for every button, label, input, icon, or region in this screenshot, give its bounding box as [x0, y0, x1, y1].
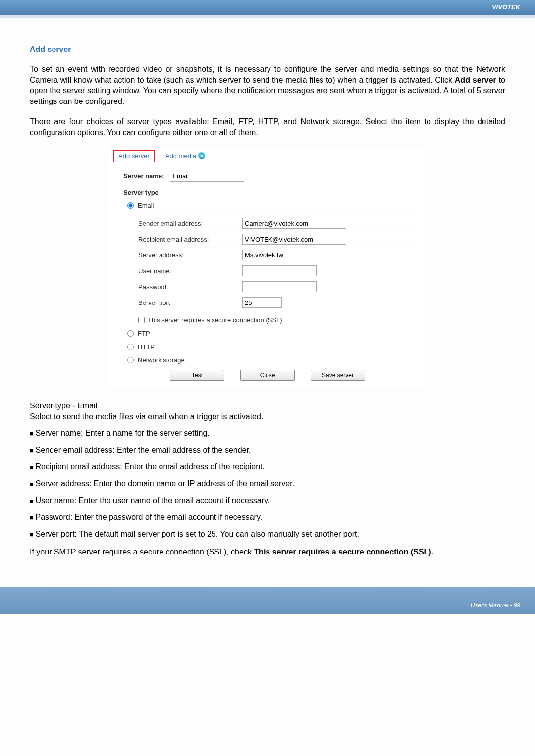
brand-label: VIVOTEK — [492, 3, 520, 11]
footer-banner: User's Manual - 99 — [0, 587, 535, 614]
radio-ns-row: Network storage — [123, 356, 412, 364]
subsection-heading: Server type - Email — [30, 402, 505, 410]
dialog-container: Add server Add media ▾ Server name: Serv… — [30, 148, 505, 389]
radio-ftp-label: FTP — [138, 330, 150, 337]
dialog-tabs: Add server Add media ▾ — [109, 147, 426, 162]
subsection-intro: Select to send the media files via email… — [30, 411, 505, 422]
password-input[interactable] — [242, 281, 317, 292]
username-row: User name: — [138, 263, 412, 279]
recipient-label: Recipient email address: — [138, 236, 242, 243]
password-row: Password: — [138, 279, 412, 295]
server-name-input[interactable] — [170, 171, 244, 182]
page-content: Add server To set an event with recorded… — [0, 18, 535, 587]
sender-row: Sender email address: — [138, 215, 412, 231]
section-title: Add server — [30, 45, 505, 54]
sender-label: Sender email address: — [138, 220, 242, 227]
server-addr-row: Server address: — [138, 247, 412, 263]
list-item: Server name: Enter a name for the server… — [30, 429, 505, 438]
radio-http[interactable] — [127, 344, 134, 350]
password-label: Password: — [138, 283, 242, 291]
top-banner: VIVOTEK — [0, 0, 535, 15]
list-item: Password: Enter the password of the emai… — [30, 513, 505, 522]
username-input[interactable] — [242, 265, 317, 276]
server-name-label: Server name: — [123, 172, 164, 180]
recipient-input[interactable] — [242, 234, 346, 245]
username-label: User name: — [138, 267, 242, 275]
recipient-row: Recipient email address: — [138, 231, 412, 247]
sender-input[interactable] — [242, 218, 346, 229]
ssl-row: This server requires a secure connection… — [123, 316, 412, 324]
radio-ns-label: Network storage — [138, 356, 185, 364]
list-item: Recipient email address: Enter the email… — [30, 462, 505, 471]
list-item: User name: Enter the user name of the em… — [30, 496, 505, 505]
port-input[interactable] — [242, 297, 282, 308]
footer-text: User's Manual - 99 — [471, 602, 520, 609]
radio-ftp[interactable] — [127, 330, 134, 337]
intro-paragraph-2: There are four choices of server types a… — [30, 116, 505, 138]
close-button[interactable]: Close — [240, 370, 295, 381]
radio-email-row: Email — [123, 202, 412, 209]
ssl-label: This server requires a secure connection… — [148, 316, 282, 324]
server-name-row: Server name: — [123, 171, 412, 182]
email-form: Sender email address: Recipient email ad… — [123, 215, 412, 310]
tab-add-server[interactable]: Add server — [113, 150, 155, 162]
list-item: Server port: The default mail server por… — [30, 530, 505, 539]
closing-bold: This server requires a secure connection… — [254, 548, 433, 556]
tab-add-media-label: Add media — [165, 152, 196, 160]
radio-ftp-row: FTP — [123, 330, 412, 337]
ssl-checkbox[interactable] — [138, 317, 145, 323]
dialog-body: Server name: Server type Email Sender em… — [109, 162, 426, 383]
radio-http-label: HTTP — [138, 343, 155, 351]
port-label: Server port — [138, 299, 242, 306]
dialog-buttons: Test Close Save server — [123, 370, 412, 381]
radio-network-storage[interactable] — [127, 357, 134, 363]
chevron-down-icon: ▾ — [198, 152, 205, 159]
radio-email-label: Email — [138, 202, 154, 209]
radio-http-row: HTTP — [123, 343, 412, 351]
save-server-button[interactable]: Save server — [311, 370, 365, 381]
port-row: Server port — [138, 295, 412, 310]
para1-part-a: To set an event with recorded video or s… — [30, 65, 505, 84]
bullet-list: Server name: Enter a name for the server… — [30, 429, 505, 539]
intro-paragraph-1: To set an event with recorded video or s… — [30, 64, 505, 106]
closing-paragraph: If your SMTP server requires a secure co… — [30, 547, 505, 557]
tab-add-media[interactable]: Add media ▾ — [161, 151, 209, 162]
server-addr-label: Server address: — [138, 252, 242, 259]
server-addr-input[interactable] — [242, 250, 346, 260]
radio-email[interactable] — [127, 202, 134, 209]
para1-bold: Add server — [455, 76, 496, 84]
closing-a: If your SMTP server requires a secure co… — [30, 548, 254, 556]
list-item: Server address: Enter the domain name or… — [30, 479, 505, 488]
test-button[interactable]: Test — [170, 370, 224, 381]
list-item: Sender email address: Enter the email ad… — [30, 446, 505, 454]
server-type-heading: Server type — [123, 189, 412, 196]
add-server-dialog: Add server Add media ▾ Server name: Serv… — [109, 148, 426, 389]
